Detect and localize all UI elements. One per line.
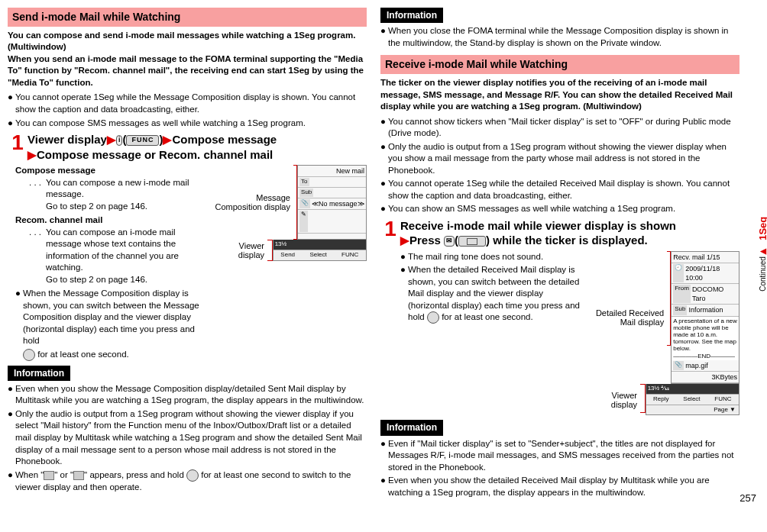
multi-key-icon <box>427 311 439 324</box>
info-text: Even when you show the detailed Received… <box>388 475 739 498</box>
func-pill-icon: FUNC <box>126 135 159 146</box>
page: Send i-mode Mail while Watching You can … <box>8 8 759 500</box>
information-tag: Information <box>380 8 443 23</box>
body-icon: ✎ <box>299 211 308 232</box>
callout-detailed-received: Detailed Received Mail display <box>587 308 667 327</box>
mock-to-label: To <box>299 178 309 186</box>
receive-text-side: ●The mail ring tone does not sound. ●Whe… <box>380 251 582 416</box>
info-bullet: ●When you close the FOMA terminal while … <box>380 25 739 49</box>
from-label: From <box>673 285 691 303</box>
bullet-text: Only the audio is output from a 1Seg pro… <box>388 141 739 177</box>
mock-subject: Information <box>688 305 723 314</box>
bullet: ●You can show an SMS messages as well wh… <box>380 203 739 215</box>
mock-title: New mail <box>336 166 364 176</box>
mail-key-icon: ✉ <box>444 236 455 247</box>
info-text: Even when you show the Message Compositi… <box>15 383 367 407</box>
receive-detail-pane: ●The mail ring tone does not sound. ●Whe… <box>380 251 739 416</box>
information-tag: Information <box>8 366 70 381</box>
info-bullet: ● When "" or "" appears, press and hold … <box>8 469 367 494</box>
compose-figure-side: Message Composition display New mail To … <box>214 165 367 349</box>
callout-message-composition: Message Composition display <box>214 193 293 211</box>
viewer-mock: 13½ ⁴⁄₁₂ Reply Select FUNC Page ▼ <box>646 384 739 415</box>
compose-message-title: Compose message <box>15 165 209 177</box>
step-part: while the ticker is displayed. <box>493 234 648 247</box>
bullet: ●Only the audio is output from a 1Seg pr… <box>380 141 739 177</box>
info-text: Even if "Mail ticker display" is set to … <box>388 438 739 474</box>
step-number: 1 <box>8 132 28 153</box>
step-part: Compose message or Recom. channel mail <box>37 148 273 161</box>
mock-channel: 13½ ⁴⁄₁₂ <box>648 385 669 392</box>
recom-title: Recom. channel mail <box>15 214 209 227</box>
bullet: ●When the Message Composition display is… <box>15 288 209 347</box>
step-part: Receive i-mode mail while viewer display… <box>400 219 676 232</box>
page-number: 257 <box>739 492 756 505</box>
intro-receive: The ticker on the viewer display notifie… <box>380 77 739 113</box>
mock-attachment: map.gif <box>685 361 708 370</box>
multi-key-icon <box>23 349 35 361</box>
left-column: Send i-mode Mail while Watching You can … <box>8 8 367 500</box>
bullet-text: You cannot operate 1Seg while the Messag… <box>15 92 367 115</box>
mock-from: DOCOMO Taro <box>692 285 737 303</box>
side-tab: Continued▶ 1Seg <box>756 217 767 292</box>
bullet-text: You can compose SMS messages as well whi… <box>15 118 367 130</box>
bullet-text: When the Message Composition display is … <box>23 288 209 347</box>
date-icon: 🕘 <box>673 264 684 282</box>
mock-btn-select: Select <box>309 251 326 260</box>
received-mail-mock: Recv. mail 1/15 🕘2009/11/18 10:00 FromDO… <box>671 251 739 384</box>
mock-btn-reply: Reply <box>653 395 668 404</box>
mock-sub-label: Sub <box>299 189 313 197</box>
bullet: ●When the detailed Received Mail display… <box>400 264 582 324</box>
attach-icon: 📎 <box>673 361 684 370</box>
bullet-text: The mail ring tone does not sound. <box>408 251 582 263</box>
mock-att: ≪No message≫ <box>312 199 364 208</box>
attach-icon: 📎 <box>299 199 310 208</box>
callout-viewer-display: Viewer display <box>587 391 640 409</box>
mock-size: 3KBytes <box>711 372 737 382</box>
info-bullet: ●Only the audio is output from a 1Seg pr… <box>8 408 367 468</box>
bullet: ●You can compose SMS messages as well wh… <box>8 118 367 130</box>
step-title: Viewer display▶i(FUNC)▶Compose message ▶… <box>28 132 277 162</box>
desc-text: You can compose an i-mode mail message w… <box>46 227 209 286</box>
desc-text: You can compose a new i-mode mail messag… <box>46 177 209 213</box>
compose-message-desc: . . .You can compose a new i-mode mail m… <box>29 177 209 213</box>
callout-viewer-display: Viewer display <box>214 241 267 260</box>
mock-btn-send: Send <box>280 251 295 260</box>
step-number: 1 <box>380 218 400 240</box>
mock-btn-func: FUNC <box>714 395 731 404</box>
heading-send: Send i-mode Mail while Watching <box>8 8 367 27</box>
step-part: Press <box>409 234 441 247</box>
bullet: ●You cannot operate 1Seg while the detai… <box>380 178 739 202</box>
mock-header: Recv. mail 1/15 <box>673 253 720 262</box>
bullet: ●You cannot show tickers when "Mail tick… <box>380 116 739 140</box>
info-text: When "" or "" appears, press and hold fo… <box>15 469 367 494</box>
intro-send: You can compose and send i-mode mail mes… <box>8 30 367 89</box>
status-icon-1 <box>44 471 54 480</box>
recom-desc: . . .You can compose an i-mode mail mess… <box>29 227 209 286</box>
message-composition-mock: New mail To Sub 📎≪No message≫ ✎ <box>297 165 367 240</box>
info-bullet: ●Even when you show the detailed Receive… <box>380 475 739 498</box>
step-1: 1 Receive i-mode mail while viewer displ… <box>380 218 739 248</box>
heading-receive: Receive i-mode Mail while Watching <box>380 55 739 74</box>
bullet-text: You can show an SMS messages as well whi… <box>388 203 739 215</box>
hold-key-line: for at least one second. <box>23 349 367 361</box>
bullet-text: When the detailed Received Mail display … <box>408 264 582 324</box>
iappli-key-icon: i <box>116 135 123 146</box>
info-text: When you close the FOMA terminal while t… <box>388 25 739 49</box>
hold-text: for at least one second. <box>37 350 129 359</box>
info-bullet: ●Even when you show the Message Composit… <box>8 383 367 407</box>
right-column: Information ●When you close the FOMA ter… <box>380 8 739 500</box>
information-tag: Information <box>380 420 443 435</box>
sub-label: Sub <box>673 305 687 314</box>
mail-pill-icon <box>458 236 486 247</box>
mock-date: 2009/11/18 10:00 <box>685 264 737 282</box>
step-part: Compose message <box>172 133 277 146</box>
bullet: ●The mail ring tone does not sound. <box>400 251 582 263</box>
step-title: Receive i-mode mail while viewer display… <box>400 218 676 248</box>
step-part: Viewer display <box>28 133 107 146</box>
multi-key-icon <box>186 469 199 482</box>
mock-body: A presentation of a new mobile phone wil… <box>672 317 739 360</box>
compose-text-side: Compose message . . .You can compose a n… <box>8 165 209 349</box>
step-1: 1 Viewer display▶i(FUNC)▶Compose message… <box>8 132 367 162</box>
continued-label: Continued▶ <box>758 248 767 292</box>
info-bullet: ●Even if "Mail ticker display" is set to… <box>380 438 739 474</box>
